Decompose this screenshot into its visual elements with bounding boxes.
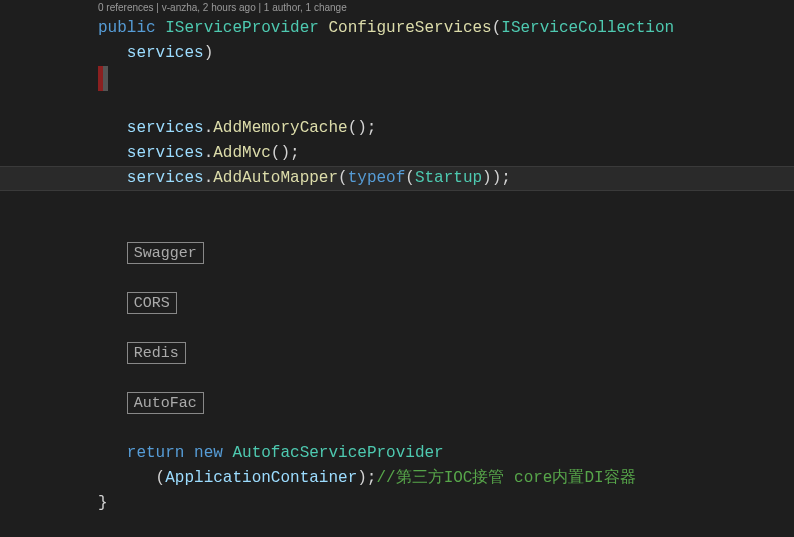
- keyword-return: return: [127, 444, 185, 462]
- code-line-brace-close: }: [0, 491, 794, 516]
- type-iserviceprovider: IServiceProvider: [165, 19, 319, 37]
- keyword-typeof: typeof: [348, 169, 406, 187]
- code-line-brace-open: {: [0, 66, 794, 91]
- local-services: services: [127, 144, 204, 162]
- local-services: services: [127, 169, 204, 187]
- code-line-blank: [0, 91, 794, 116]
- codelens-info[interactable]: 0 references | v-anzha, 2 hours ago | 1 …: [0, 0, 794, 16]
- region-collapsed-swagger[interactable]: Swagger: [127, 242, 204, 264]
- type-iservicecollection: IServiceCollection: [501, 19, 674, 37]
- region-collapsed-autofac[interactable]: AutoFac: [127, 392, 204, 414]
- brace-close: }: [98, 494, 108, 512]
- paren-close: ): [204, 44, 214, 62]
- paren-close-semi: );: [357, 469, 376, 487]
- code-line-blank: [0, 316, 794, 341]
- paren: (: [405, 169, 415, 187]
- code-editor[interactable]: 0 references | v-anzha, 2 hours ago | 1 …: [0, 0, 794, 516]
- keyword-public: public: [98, 19, 156, 37]
- region-collapsed-redis[interactable]: Redis: [127, 342, 186, 364]
- method-name: ConfigureServices: [328, 19, 491, 37]
- local-services: services: [127, 119, 204, 137]
- code-line-addmemorycache: services.AddMemoryCache();: [0, 116, 794, 141]
- method-addmvc: AddMvc: [213, 144, 271, 162]
- code-line-region-autofac: AutoFac: [0, 391, 794, 416]
- call-rest: ));: [482, 169, 511, 187]
- paren: (: [338, 169, 348, 187]
- prop-applicationcontainer: ApplicationContainer: [165, 469, 357, 487]
- code-line-addautomapper: services.AddAutoMapper(typeof(Startup));: [0, 166, 794, 191]
- type-startup: Startup: [415, 169, 482, 187]
- code-line-region-redis: Redis: [0, 341, 794, 366]
- paren-open: (: [492, 19, 502, 37]
- call-rest: ();: [348, 119, 377, 137]
- region-collapsed-cors[interactable]: CORS: [127, 292, 177, 314]
- paren-open: (: [156, 469, 166, 487]
- code-line-addmvc: services.AddMvc();: [0, 141, 794, 166]
- method-addmemorycache: AddMemoryCache: [213, 119, 347, 137]
- code-line-param: services): [0, 41, 794, 66]
- call-rest: ();: [271, 144, 300, 162]
- code-line-signature: public IServiceProvider ConfigureService…: [0, 16, 794, 41]
- code-line-blank: [0, 416, 794, 441]
- comment-text: //第三方IOC接管 core内置DI容器: [376, 469, 635, 487]
- code-line-region-swagger: Swagger: [0, 241, 794, 266]
- code-line-region-cors: CORS: [0, 291, 794, 316]
- code-line-blank: [0, 266, 794, 291]
- change-marker-icon: [98, 66, 108, 91]
- code-line-blank: [0, 216, 794, 241]
- type-autofacserviceprovider: AutofacServiceProvider: [232, 444, 443, 462]
- code-line-return: return new AutofacServiceProvider: [0, 441, 794, 466]
- keyword-new: new: [194, 444, 223, 462]
- param-services: services: [127, 44, 204, 62]
- code-line-return-arg: (ApplicationContainer);//第三方IOC接管 core内置…: [0, 466, 794, 491]
- code-line-blank: [0, 191, 794, 216]
- code-line-blank: [0, 366, 794, 391]
- method-addautomapper: AddAutoMapper: [213, 169, 338, 187]
